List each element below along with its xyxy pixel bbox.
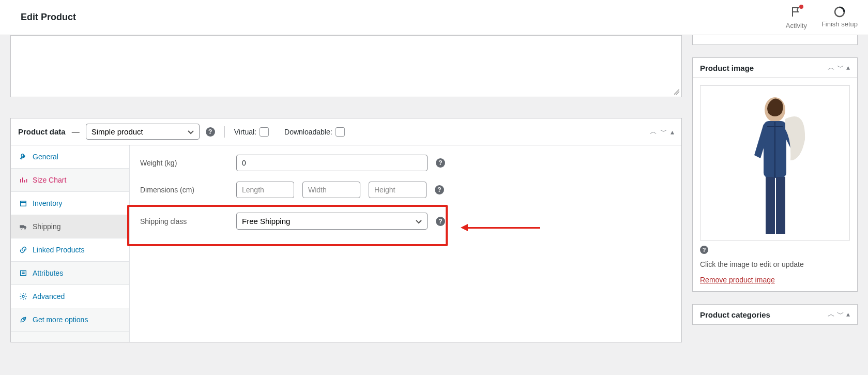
panel-toggle-icon[interactable]: ▴ <box>846 310 850 319</box>
tab-attributes[interactable]: Attributes <box>11 262 129 284</box>
help-icon[interactable]: ? <box>436 217 445 226</box>
tab-size-chart[interactable]: Size Chart <box>11 169 129 191</box>
panel-move-down-icon[interactable]: ﹀ <box>837 63 844 72</box>
panel-move-up-icon[interactable]: ︿ <box>828 63 835 72</box>
setup-progress-icon <box>833 6 846 18</box>
tab-shipping-label: Shipping <box>33 222 61 231</box>
remove-image-link[interactable]: Remove product image <box>700 276 775 284</box>
gear-icon <box>19 292 27 301</box>
inventory-icon <box>19 199 27 207</box>
tab-shipping[interactable]: Shipping <box>11 215 129 238</box>
help-icon[interactable]: ? <box>436 158 445 168</box>
topbar: Edit Product Activity Finish setup <box>0 0 868 35</box>
tab-linked[interactable]: Linked Products <box>11 238 129 261</box>
product-image[interactable] <box>700 85 850 241</box>
product-image-panel: Product image ︿ ﹀ ▴ <box>692 57 858 292</box>
weight-label: Weight (kg) <box>140 159 228 167</box>
product-data-title: Product data <box>18 127 66 136</box>
svg-rect-10 <box>766 177 775 234</box>
activity-button[interactable]: Activity <box>786 6 807 29</box>
length-input[interactable] <box>236 182 294 198</box>
list-icon <box>19 269 27 277</box>
tab-inventory-label: Inventory <box>33 199 63 207</box>
link-icon <box>19 246 27 254</box>
tab-general[interactable]: General <box>11 145 129 168</box>
tab-linked-label: Linked Products <box>33 246 84 254</box>
title-dash: — <box>72 127 80 136</box>
svg-point-6 <box>22 295 24 297</box>
panel-move-up-icon[interactable]: ︿ <box>828 310 835 319</box>
downloadable-checkbox[interactable] <box>336 127 345 137</box>
truck-icon <box>19 222 27 231</box>
product-image-title: Product image <box>700 64 754 72</box>
rocket-icon <box>19 316 27 324</box>
tab-general-label: General <box>33 153 58 161</box>
product-image-thumbnail <box>734 88 816 238</box>
image-hint: Click the image to edit or update <box>700 260 850 268</box>
svg-rect-11 <box>776 177 785 234</box>
shipping-class-label: Shipping class <box>140 217 228 226</box>
svg-rect-1 <box>21 201 26 206</box>
editor-textarea[interactable] <box>10 35 682 97</box>
wrench-icon <box>19 153 27 161</box>
shipping-class-select[interactable]: Free Shipping <box>236 213 428 230</box>
help-icon[interactable]: ? <box>700 246 708 254</box>
product-data-panel: Product data — Simple product ? Virtual:… <box>10 118 682 342</box>
downloadable-label: Downloadable: <box>284 128 332 136</box>
svg-point-3 <box>21 228 22 230</box>
tab-advanced-label: Advanced <box>33 292 65 301</box>
chart-icon <box>19 176 27 184</box>
panel-move-down-icon[interactable]: ﹀ <box>837 310 844 319</box>
help-icon[interactable]: ? <box>206 127 215 137</box>
help-icon[interactable]: ? <box>435 185 444 194</box>
topbar-actions: Activity Finish setup <box>786 6 858 29</box>
panel-move-down-icon[interactable]: ﹀ <box>660 127 667 137</box>
shipping-form: Weight (kg) ? Dimensions (cm) ? <box>130 145 681 342</box>
side-panel-cut <box>692 35 858 45</box>
svg-rect-2 <box>20 225 24 228</box>
panel-toggle-icon[interactable]: ▴ <box>671 128 674 136</box>
separator <box>224 126 225 138</box>
panel-toggle-icon[interactable]: ▴ <box>846 63 850 72</box>
finish-setup-label: Finish setup <box>821 20 858 28</box>
finish-setup-button[interactable]: Finish setup <box>821 6 858 28</box>
height-input[interactable] <box>369 182 427 198</box>
product-data-tabs: General Size Chart Inventory Shipping <box>11 145 130 342</box>
width-input[interactable] <box>302 182 360 198</box>
tab-inventory[interactable]: Inventory <box>11 192 129 215</box>
tab-get-more-label: Get more options <box>33 316 88 324</box>
product-categories-title: Product categories <box>700 310 770 319</box>
tab-advanced[interactable]: Advanced <box>11 285 129 308</box>
svg-point-4 <box>24 228 26 230</box>
tab-size-chart-label: Size Chart <box>33 176 66 184</box>
product-categories-panel: Product categories ︿ ﹀ ▴ <box>692 304 858 325</box>
weight-input[interactable] <box>236 155 428 171</box>
tab-get-more[interactable]: Get more options <box>11 308 129 331</box>
svg-point-7 <box>23 319 24 320</box>
virtual-checkbox[interactable] <box>260 127 269 137</box>
page-title: Edit Product <box>21 12 76 23</box>
product-data-header: Product data — Simple product ? Virtual:… <box>11 118 681 145</box>
product-type-select[interactable]: Simple product <box>86 124 200 140</box>
tab-attributes-label: Attributes <box>33 269 63 277</box>
virtual-label: Virtual: <box>234 128 256 136</box>
activity-label: Activity <box>786 22 807 29</box>
panel-move-up-icon[interactable]: ︿ <box>650 127 657 137</box>
dimensions-label: Dimensions (cm) <box>140 186 228 194</box>
flag-icon <box>790 6 802 18</box>
